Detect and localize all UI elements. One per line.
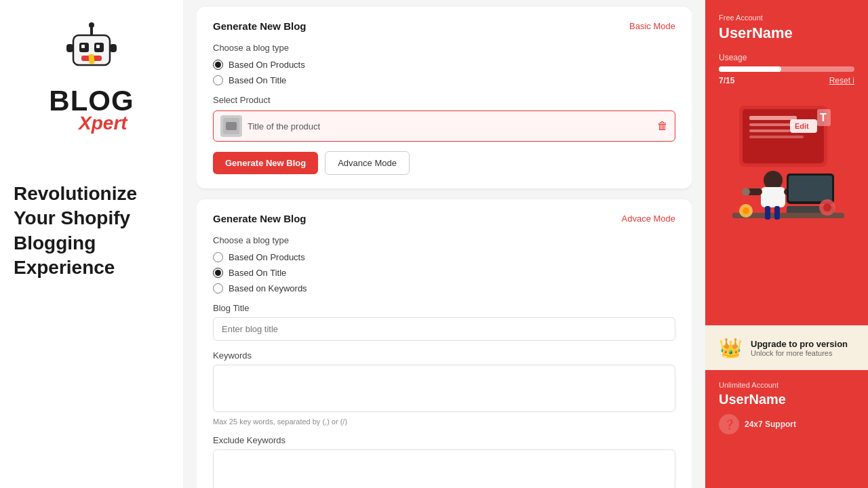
svg-rect-12 — [226, 122, 237, 130]
radio-title-label: Based On Title — [229, 75, 286, 85]
svg-text:Edit: Edit — [795, 122, 809, 130]
product-thumbnail — [220, 115, 242, 137]
radio2-based-on-keywords[interactable]: Based on Keywords — [213, 283, 675, 293]
usage-label: Useage — [719, 53, 854, 62]
svg-rect-6 — [96, 45, 100, 48]
svg-rect-9 — [66, 44, 73, 52]
main-content: Generate New Blog Basic Mode Choose a bl… — [183, 0, 705, 488]
keywords-textarea[interactable] — [213, 365, 675, 412]
svg-point-27 — [742, 188, 750, 196]
card2-mode-link[interactable]: Advace Mode — [622, 214, 676, 224]
card2-radio-group: Based On Products Based On Title Based o… — [213, 252, 675, 293]
radio2-title-input[interactable] — [213, 268, 223, 278]
unlimited-account-card: Unlimited Account UserName ❓ 24x7 Suppor… — [705, 370, 868, 488]
blog-title-input[interactable] — [213, 317, 675, 341]
card2-title: Generate New Blog — [213, 213, 307, 224]
keywords-label: Keywords — [213, 350, 675, 361]
right-panel: Free Account UserName Useage 7/15 Reset … — [705, 0, 868, 488]
radio-products-label: Based On Products — [229, 60, 305, 70]
svg-point-34 — [743, 207, 749, 214]
support-icon: ❓ — [719, 414, 739, 434]
svg-rect-24 — [761, 187, 785, 207]
logo-blog-text: BLOG — [49, 87, 134, 115]
generate-blog-button[interactable]: Generate New Blog — [213, 152, 318, 174]
radio2-based-on-products[interactable]: Based On Products — [213, 252, 675, 262]
svg-rect-37 — [765, 206, 770, 220]
svg-rect-38 — [774, 206, 780, 220]
upgrade-text-block: Upgrade to pro version Unlock for more f… — [751, 339, 848, 357]
svg-rect-17 — [749, 129, 790, 132]
upgrade-subtitle: Unlock for more features — [751, 349, 848, 357]
radio-title-input[interactable] — [213, 75, 223, 85]
svg-point-23 — [764, 171, 783, 190]
keywords-hint: Max 25 key words, separated by (,) or (/… — [213, 418, 675, 426]
radio2-products-label: Based On Products — [229, 252, 305, 262]
card1-blog-type-label: Choose a blog type — [213, 43, 675, 53]
usage-progress-bg — [719, 66, 854, 72]
svg-rect-15 — [749, 116, 797, 120]
logo-xpert-text: Xpert — [79, 113, 127, 134]
robot-logo-icon — [61, 20, 122, 81]
free-account-label: Free Account — [719, 14, 854, 22]
usage-progress-fill — [719, 66, 781, 72]
logo-container: BLOG Xpert — [49, 20, 134, 134]
support-text: 24x7 Support — [745, 420, 796, 429]
radio2-based-on-title[interactable]: Based On Title — [213, 268, 675, 278]
unlimited-label: Unlimited Account — [719, 381, 854, 389]
card1-btn-row: Generate New Blog Advance Mode — [213, 151, 675, 175]
sidebar: BLOG Xpert Revolutionize Your Shopify Bl… — [0, 0, 183, 488]
card-basic-mode: Generate New Blog Basic Mode Choose a bl… — [197, 7, 692, 188]
card2-blog-type-label: Choose a blog type — [213, 235, 675, 245]
card1-header: Generate New Blog Basic Mode — [213, 20, 675, 32]
free-account-card: Free Account UserName Useage 7/15 Reset … — [705, 0, 868, 325]
radio2-title-label: Based On Title — [229, 268, 286, 278]
radio2-keywords-input[interactable] — [213, 283, 223, 293]
svg-text:T: T — [820, 112, 827, 123]
radio-based-on-title[interactable]: Based On Title — [213, 75, 675, 85]
radio-products-input[interactable] — [213, 60, 223, 70]
unlimited-username: UserName — [719, 392, 854, 407]
trash-icon[interactable]: 🗑 — [657, 120, 668, 132]
advance-mode-button[interactable]: Advance Mode — [325, 151, 410, 175]
card2-header: Generate New Blog Advace Mode — [213, 213, 675, 224]
product-title-input[interactable] — [248, 121, 652, 131]
card1-title: Generate New Blog — [213, 20, 307, 32]
card1-select-product-label: Select Product — [213, 95, 675, 105]
svg-rect-8 — [88, 54, 94, 64]
radio2-products-input[interactable] — [213, 252, 223, 262]
illustration-container: Edit T — [719, 92, 854, 228]
svg-rect-10 — [110, 44, 117, 52]
exclude-keywords-label: Exclude Keywords — [213, 435, 675, 445]
card1-mode-link[interactable]: Basic Mode — [629, 21, 675, 31]
sidebar-tagline: Revolutionize Your Shopify Blogging Expe… — [14, 182, 170, 281]
radio-based-on-products[interactable]: Based On Products — [213, 60, 675, 70]
exclude-keywords-textarea[interactable] — [213, 449, 675, 488]
svg-rect-18 — [749, 136, 804, 138]
svg-point-36 — [823, 203, 831, 211]
crown-icon: 👑 — [719, 337, 743, 359]
usage-count: 7/15 — [719, 76, 734, 85]
upgrade-card[interactable]: 👑 Upgrade to pro version Unlock for more… — [705, 325, 868, 370]
card-advance-mode: Generate New Blog Advace Mode Choose a b… — [197, 199, 692, 488]
desk-illustration-icon: Edit T — [719, 92, 854, 228]
free-account-username: UserName — [719, 24, 854, 42]
svg-rect-30 — [789, 176, 832, 201]
svg-rect-5 — [81, 45, 85, 48]
reset-link[interactable]: Reset i — [829, 76, 854, 85]
product-input-row[interactable]: 🗑 — [213, 110, 675, 142]
upgrade-title: Upgrade to pro version — [751, 339, 848, 349]
radio2-keywords-label: Based on Keywords — [229, 283, 307, 293]
support-row: ❓ 24x7 Support — [719, 414, 854, 434]
usage-count-row: 7/15 Reset i — [719, 76, 854, 85]
svg-point-2 — [89, 22, 94, 28]
card1-radio-group: Based On Products Based On Title — [213, 60, 675, 85]
blog-title-label: Blog Title — [213, 303, 675, 313]
